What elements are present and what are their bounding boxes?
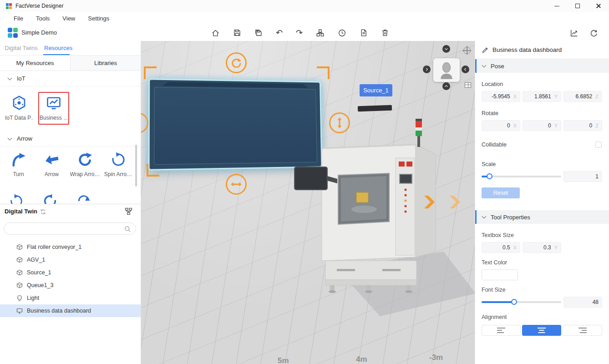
- brand-logo-icon: [8, 28, 18, 38]
- next-chevrons-icon[interactable]: [450, 196, 466, 208]
- menu-file[interactable]: File: [14, 15, 23, 22]
- minimize-icon: [554, 6, 559, 6]
- turn-arrow-icon: [11, 152, 26, 167]
- tab-digital-twins[interactable]: Digital Twins: [5, 45, 38, 51]
- selection-bracket-tl: [144, 66, 157, 79]
- view-avatar[interactable]: [433, 58, 460, 82]
- view-grid-icon[interactable]: [465, 82, 471, 88]
- redo-button[interactable]: ↷: [296, 29, 303, 37]
- hierarchy-icon[interactable]: [125, 207, 132, 217]
- move-horizontal-gizmo[interactable]: [226, 174, 247, 195]
- sync-icon[interactable]: [40, 208, 46, 217]
- minimize-button[interactable]: [546, 0, 567, 12]
- save-button[interactable]: [233, 29, 241, 37]
- rotate-x-input[interactable]: 0X: [482, 120, 520, 131]
- clipped-gizmo[interactable]: [141, 112, 148, 133]
- rotate-arrow-icon: [230, 57, 242, 69]
- app-title: FactVerse Designer: [15, 3, 63, 9]
- search-input[interactable]: [4, 222, 136, 235]
- spin-arrow-icon[interactable]: [76, 194, 91, 204]
- align-left-button[interactable]: [482, 325, 521, 336]
- search-icon: [124, 226, 131, 233]
- menu-settings[interactable]: Settings: [88, 15, 109, 22]
- clipped-arrow-row: [9, 194, 132, 204]
- textbox-height-input[interactable]: 0.3Y: [523, 242, 561, 253]
- location-x-input[interactable]: -5.9545X: [482, 91, 520, 102]
- list-item-business-dashboard[interactable]: Business data dashboard: [0, 304, 141, 317]
- align-right-icon: [578, 327, 587, 334]
- focus-target-icon[interactable]: [463, 47, 471, 54]
- list-item-source[interactable]: Source_1: [0, 266, 141, 279]
- location-y-input[interactable]: 1.8561Y: [523, 91, 561, 102]
- font-size-slider-knob[interactable]: [511, 299, 517, 305]
- source-block[interactable]: [358, 105, 392, 112]
- home-button[interactable]: [211, 29, 220, 37]
- collidable-checkbox[interactable]: [595, 142, 602, 148]
- menu-tools[interactable]: Tools: [36, 15, 50, 22]
- analytics-button[interactable]: [570, 29, 579, 37]
- rotate-y-input[interactable]: 0Y: [523, 120, 561, 131]
- list-item-queue[interactable]: Queue1_3: [0, 279, 141, 292]
- collidable-label: Collidable: [482, 142, 507, 148]
- orbit-down-button[interactable]: [442, 82, 450, 90]
- resource-turn-arrow[interactable]: Turn: [2, 152, 35, 177]
- align-right-button[interactable]: [563, 325, 602, 336]
- edit-pencil-icon[interactable]: [482, 46, 489, 54]
- next-chevrons-icon[interactable]: [424, 196, 441, 208]
- undo-button[interactable]: ↶: [276, 29, 283, 37]
- resource-arrow[interactable]: Arrow: [35, 152, 68, 177]
- font-size-input[interactable]: 48: [563, 297, 602, 308]
- resource-spin-arrow[interactable]: Spin Arro…: [102, 152, 135, 177]
- list-item-light[interactable]: Light: [0, 292, 141, 304]
- section-iot[interactable]: IoT: [0, 71, 141, 86]
- cube-icon: [16, 269, 23, 276]
- scale-slider[interactable]: [482, 176, 561, 177]
- save-all-button[interactable]: [254, 29, 263, 37]
- orbit-left-button[interactable]: [423, 66, 431, 73]
- location-z-input[interactable]: 6.6852Z: [563, 91, 602, 102]
- resource-business-dashboard[interactable]: Business …: [38, 92, 69, 125]
- spin-arrow-icon[interactable]: [43, 194, 57, 204]
- delete-button[interactable]: [381, 29, 389, 37]
- section-tool-properties[interactable]: Tool Properties: [475, 210, 609, 224]
- menubar: File Tools View Settings: [0, 12, 609, 25]
- menu-view[interactable]: View: [62, 15, 75, 22]
- orbit-right-button[interactable]: [462, 66, 469, 73]
- text-color-picker[interactable]: [482, 269, 518, 280]
- resource-iot-data[interactable]: IoT Data P…: [4, 92, 35, 125]
- components-button[interactable]: [316, 29, 325, 37]
- scale-input[interactable]: 1: [563, 171, 602, 182]
- rotate-gizmo[interactable]: [226, 52, 247, 73]
- subtab-libraries[interactable]: Libraries: [70, 56, 141, 71]
- section-pose[interactable]: Pose: [475, 59, 609, 73]
- resource-wrap-arrow[interactable]: Wrap Arro…: [68, 152, 102, 177]
- document-button[interactable]: [360, 29, 368, 37]
- chevron-right-icon: [425, 68, 428, 71]
- reset-button[interactable]: Reset: [482, 187, 520, 198]
- machine-model[interactable]: [294, 116, 475, 316]
- close-button[interactable]: [588, 0, 609, 12]
- subtab-my-resources[interactable]: My Resources: [0, 56, 70, 71]
- history-button[interactable]: [338, 29, 346, 37]
- left-sidebar: Digital Twins Resources My Resources Lib…: [0, 41, 141, 364]
- list-item-agv[interactable]: AGV_1: [0, 253, 141, 266]
- align-center-button[interactable]: [522, 325, 561, 336]
- axis-label: 4m: [356, 355, 367, 364]
- align-center-icon: [537, 327, 546, 334]
- viewport-3d[interactable]: Source_1: [141, 41, 475, 364]
- textbox-width-input[interactable]: 0.5X: [482, 242, 520, 253]
- screen-icon: [16, 308, 23, 314]
- orbit-up-button[interactable]: [442, 45, 450, 53]
- tab-resources[interactable]: Resources: [44, 45, 72, 51]
- spin-arrow-icon[interactable]: [9, 194, 24, 204]
- sidebar-scrollbar[interactable]: [135, 145, 137, 187]
- section-arrow[interactable]: Arrow: [0, 131, 141, 147]
- entity-label-source[interactable]: Source_1: [360, 84, 392, 96]
- list-item-conveyor[interactable]: Flat roller conveyor_1: [0, 241, 141, 253]
- rotate-z-input[interactable]: 0Z: [563, 120, 602, 131]
- selection-bracket-tr: [317, 66, 330, 79]
- selection-bracket-bl: [147, 164, 159, 177]
- maximize-button[interactable]: [567, 0, 588, 12]
- scale-slider-knob[interactable]: [487, 173, 492, 179]
- refresh-button[interactable]: [589, 29, 598, 37]
